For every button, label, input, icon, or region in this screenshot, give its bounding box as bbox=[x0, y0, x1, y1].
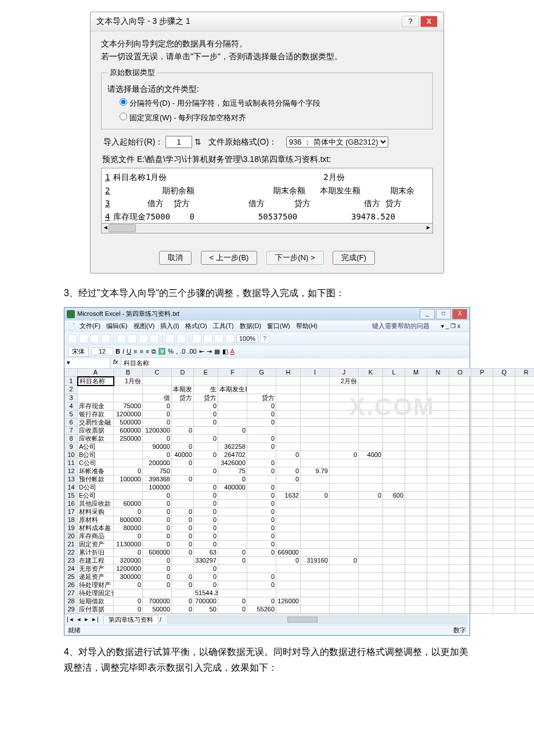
format-painter-icon[interactable] bbox=[150, 334, 159, 343]
col-header[interactable]: E bbox=[194, 368, 218, 377]
cell[interactable] bbox=[301, 426, 330, 434]
cell[interactable] bbox=[330, 507, 359, 516]
cell[interactable] bbox=[218, 402, 247, 410]
cell[interactable]: 0 bbox=[172, 540, 194, 548]
cell[interactable]: 2月份 bbox=[330, 377, 359, 386]
cell[interactable] bbox=[301, 475, 330, 483]
cell[interactable] bbox=[515, 507, 535, 516]
cell[interactable]: 50 bbox=[194, 605, 218, 613]
col-header[interactable]: F bbox=[218, 368, 247, 377]
cell[interactable] bbox=[449, 394, 471, 402]
cell[interactable] bbox=[471, 573, 493, 581]
menu-item[interactable]: 工具(T) bbox=[213, 322, 234, 329]
cell[interactable] bbox=[276, 507, 301, 516]
cell[interactable]: 608000 bbox=[143, 548, 172, 556]
cell[interactable] bbox=[359, 434, 383, 442]
cell[interactable] bbox=[383, 394, 405, 402]
cell[interactable] bbox=[405, 410, 427, 418]
cell[interactable] bbox=[218, 377, 247, 386]
cell[interactable] bbox=[330, 386, 359, 394]
autosum-icon[interactable] bbox=[192, 334, 201, 343]
cell[interactable] bbox=[427, 597, 449, 605]
font-color-icon[interactable]: A bbox=[230, 348, 234, 355]
cell[interactable] bbox=[427, 426, 449, 434]
row-header[interactable]: 11 bbox=[65, 459, 78, 467]
cell[interactable] bbox=[493, 589, 515, 597]
cell[interactable]: 0 bbox=[143, 402, 172, 410]
cell[interactable]: 预付帐款 bbox=[78, 475, 114, 483]
cell[interactable] bbox=[330, 605, 359, 613]
cell[interactable] bbox=[359, 410, 383, 418]
cell[interactable] bbox=[218, 540, 247, 548]
cell[interactable]: 0 bbox=[143, 410, 172, 418]
cell[interactable] bbox=[405, 451, 427, 459]
fx-icon[interactable]: fx bbox=[110, 358, 121, 368]
cell[interactable] bbox=[471, 524, 493, 532]
cell[interactable] bbox=[405, 573, 427, 581]
cell[interactable]: 0 bbox=[194, 410, 218, 418]
cell[interactable] bbox=[449, 418, 471, 426]
cell[interactable] bbox=[218, 410, 247, 418]
cell[interactable] bbox=[427, 451, 449, 459]
cell[interactable] bbox=[301, 540, 330, 548]
menu-item[interactable]: 视图(V) bbox=[134, 322, 155, 329]
cell[interactable] bbox=[471, 442, 493, 451]
table-row[interactable]: 7应收票据600000120030000 bbox=[65, 426, 535, 434]
cell[interactable] bbox=[114, 442, 143, 451]
cell[interactable]: 1632 bbox=[276, 491, 301, 499]
cell[interactable] bbox=[301, 597, 330, 605]
cell[interactable]: 0 bbox=[247, 418, 276, 426]
cell[interactable] bbox=[449, 426, 471, 434]
table-row[interactable]: 8应收帐款250000000 bbox=[65, 434, 535, 442]
row-header[interactable]: 14 bbox=[65, 483, 78, 491]
cell[interactable] bbox=[359, 564, 383, 573]
cell[interactable]: 0 bbox=[194, 451, 218, 459]
radio-delimited[interactable]: 分隔符号(D) - 用分隔字符，如逗号或制表符分隔每个字段 bbox=[117, 96, 427, 110]
cell[interactable]: 250000 bbox=[114, 434, 143, 442]
cell[interactable]: 贷方 bbox=[194, 394, 218, 402]
cell[interactable] bbox=[515, 573, 535, 581]
cell[interactable]: 55260 bbox=[247, 605, 276, 613]
row-header[interactable]: 1 bbox=[65, 377, 78, 386]
cell[interactable]: 0 bbox=[143, 507, 172, 516]
cell[interactable] bbox=[383, 581, 405, 589]
percent-icon[interactable]: % bbox=[168, 348, 174, 355]
cell[interactable] bbox=[359, 524, 383, 532]
cell[interactable] bbox=[471, 507, 493, 516]
cell[interactable]: 应收帐款 bbox=[78, 434, 114, 442]
col-header[interactable]: M bbox=[405, 368, 427, 377]
cell[interactable]: 0 bbox=[247, 459, 276, 467]
row-header[interactable]: 9 bbox=[65, 442, 78, 451]
cell[interactable]: 362258 bbox=[218, 442, 247, 451]
cell[interactable] bbox=[449, 548, 471, 556]
cell[interactable] bbox=[276, 581, 301, 589]
table-row[interactable]: 21固定资产11300000000 bbox=[65, 540, 535, 548]
cell[interactable] bbox=[471, 540, 493, 548]
cell[interactable] bbox=[427, 467, 449, 475]
cell[interactable] bbox=[359, 442, 383, 451]
cell[interactable] bbox=[493, 377, 515, 386]
cell[interactable]: 应收票据 bbox=[78, 426, 114, 434]
cell[interactable]: 1130000 bbox=[114, 540, 143, 548]
cell[interactable] bbox=[359, 377, 383, 386]
cell[interactable] bbox=[405, 483, 427, 491]
cell[interactable]: 0 bbox=[143, 581, 172, 589]
cell[interactable] bbox=[427, 532, 449, 540]
cell[interactable] bbox=[301, 532, 330, 540]
cell[interactable] bbox=[330, 442, 359, 451]
cell[interactable] bbox=[359, 426, 383, 434]
cell[interactable] bbox=[383, 467, 405, 475]
finish-button[interactable]: 完成(F) bbox=[333, 251, 375, 265]
help-hint[interactable]: 键入需要帮助的问题 bbox=[372, 322, 430, 330]
cell[interactable]: 交易性金融 bbox=[78, 418, 114, 426]
cell[interactable] bbox=[405, 507, 427, 516]
cell[interactable] bbox=[471, 418, 493, 426]
cell[interactable] bbox=[172, 418, 194, 426]
col-header[interactable]: Q bbox=[493, 368, 515, 377]
cell[interactable] bbox=[449, 475, 471, 483]
cell[interactable]: 800000 bbox=[114, 516, 143, 524]
cell[interactable] bbox=[405, 589, 427, 597]
cell[interactable]: 0 bbox=[194, 564, 218, 573]
cell[interactable] bbox=[427, 394, 449, 402]
cell[interactable] bbox=[276, 418, 301, 426]
